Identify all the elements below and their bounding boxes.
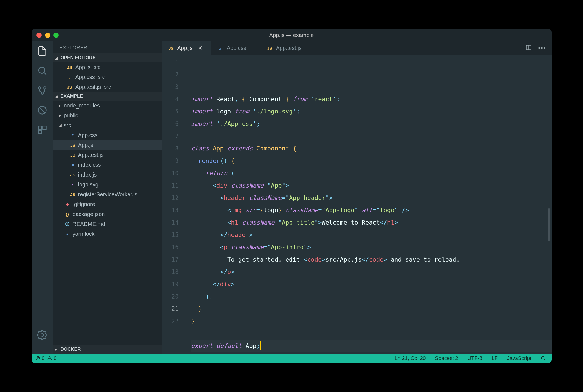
file-name: App.js [78,142,94,148]
file-dir: src [104,84,111,90]
code-line[interactable]: render() { [191,155,552,167]
code-line[interactable]: <p className="App-intro"> [191,241,552,253]
window-title: App.js — example [32,32,552,38]
open-editors-header[interactable]: ◢OPEN EDITORS [53,53,162,62]
line-number: 6 [162,118,179,130]
editor-tabs: JSApp.js✕#App.cssJSApp.test.js ••• [162,41,552,55]
file-icon: {} [64,212,71,217]
close-icon[interactable]: ✕ [198,45,203,51]
line-number: 7 [162,130,179,142]
file-row[interactable]: ⓘREADME.md [53,219,162,229]
activity-bar [32,41,53,354]
code-content[interactable]: import React, { Component } from 'react'… [187,55,552,354]
code-line[interactable]: import logo from './logo.svg'; [191,105,552,118]
cursor-position[interactable]: Ln 21, Col 20 [392,355,428,361]
file-name: README.md [73,221,105,227]
project-header[interactable]: ◢EXAMPLE [53,92,162,101]
code-line[interactable]: </header> [191,229,552,241]
file-icon: # [66,75,73,79]
file-row[interactable]: JSApp.test.js [53,150,162,160]
folder-row[interactable]: ▸public [53,110,162,120]
open-editor-item[interactable]: #App.csssrc [53,72,162,82]
svg-rect-6 [43,126,46,130]
code-line[interactable]: <div className="App"> [191,179,552,192]
line-gutter: 12345678910111213141516171819202122 [162,55,187,354]
settings-gear-icon[interactable] [36,329,48,341]
code-line[interactable]: </div> [191,278,552,290]
code-line[interactable]: import './App.css'; [191,118,552,130]
warnings-indicator[interactable]: 0 [47,355,56,361]
indentation[interactable]: Spaces: 2 [433,355,460,361]
file-icon: JS [69,153,77,157]
code-line[interactable]: } [191,303,552,315]
file-row[interactable]: ◆.gitignore [53,199,162,209]
code-line[interactable]: To get started, edit <code>src/App.js</c… [191,253,552,266]
file-row[interactable]: #App.css [53,130,162,140]
code-line[interactable]: <header className="App-header"> [191,192,552,204]
line-number: 4 [162,93,179,105]
file-row[interactable]: JSApp.js [53,140,162,150]
source-control-icon[interactable] [36,84,48,96]
code-line[interactable]: <h1 className="App-title">Welcome to Rea… [191,216,552,229]
zoom-window-button[interactable] [53,33,59,38]
file-icon: JS [66,65,73,70]
code-line[interactable]: import React, { Component } from 'react'… [191,93,552,105]
code-line[interactable] [191,352,552,354]
file-icon: ▲ [64,232,71,236]
file-icon: ◆ [64,202,71,207]
file-name: logo.svg [78,181,99,188]
code-editor[interactable]: 12345678910111213141516171819202122 impo… [162,55,552,354]
file-row[interactable]: #index.css [53,160,162,170]
open-editor-item[interactable]: JSApp.jssrc [53,62,162,72]
folder-row[interactable]: ◢src [53,120,162,130]
code-line[interactable]: } [191,315,552,327]
line-number: 1 [162,56,179,68]
code-line[interactable]: export default App; [191,340,552,352]
code-line[interactable]: class App extends Component { [191,142,552,155]
eol[interactable]: LF [489,355,500,361]
folder-row[interactable]: ▸node_modules [53,101,162,110]
close-window-button[interactable] [36,33,42,38]
explorer-sidebar: EXPLORER ◢OPEN EDITORS JSApp.jssrc#App.c… [53,41,162,354]
minimize-window-button[interactable] [45,33,50,38]
split-editor-icon[interactable] [525,44,532,52]
chevron-right-icon: ▸ [55,347,59,351]
errors-indicator[interactable]: 0 [35,355,45,361]
docker-header[interactable]: ▸DOCKER [53,345,162,354]
debug-icon[interactable] [36,104,48,116]
encoding[interactable]: UTF-8 [465,355,485,361]
line-number: 2 [162,68,179,81]
code-line[interactable]: return ( [191,167,552,179]
line-number: 18 [162,266,179,278]
code-line[interactable] [191,130,552,142]
editor-tab[interactable]: #App.css [211,41,261,55]
file-row[interactable]: JSregisterServiceWorker.js [53,189,162,199]
chevron-down-icon: ◢ [55,94,59,98]
editor-tab[interactable]: JSApp.js✕ [162,41,211,55]
vscode-window: App.js — example EXPLORER ◢OPEN EDITORS … [32,29,552,363]
code-line[interactable] [191,327,552,340]
file-row[interactable]: {}package.json [53,209,162,219]
file-row[interactable]: ▲yarn.lock [53,229,162,239]
file-row[interactable]: JSindex.js [53,170,162,180]
editor-tab[interactable]: JSApp.test.js [261,41,310,55]
titlebar[interactable]: App.js — example [32,29,552,41]
code-line[interactable]: </p> [191,266,552,278]
search-icon[interactable] [36,65,48,77]
svg-rect-7 [38,130,42,134]
extensions-icon[interactable] [36,124,48,136]
svg-point-8 [41,334,44,336]
file-name: package.json [73,211,105,217]
open-editor-item[interactable]: JSApp.test.jssrc [53,82,162,92]
feedback-smiley-icon[interactable] [539,355,548,361]
file-row[interactable]: ▪logo.svg [53,180,162,189]
code-line[interactable]: <img src={logo} className="App-logo" alt… [191,204,552,216]
more-actions-icon[interactable]: ••• [538,44,546,52]
line-number: 11 [162,179,179,192]
line-number: 21 [162,303,179,315]
explorer-icon[interactable] [36,45,48,57]
file-name: .gitignore [73,201,95,208]
code-line[interactable]: ); [191,290,552,303]
file-name: yarn.lock [73,231,95,237]
language-mode[interactable]: JavaScript [505,355,534,361]
